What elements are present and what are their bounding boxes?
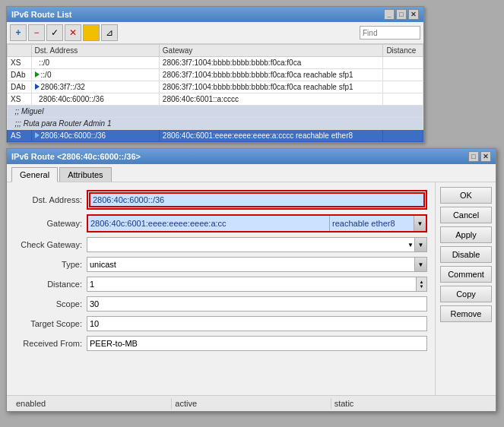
row-type: XS: [8, 93, 32, 106]
table-row[interactable]: XS ::/0 2806:3f7:1004:bbbb:bbbb:bbbb:f0c…: [8, 57, 423, 69]
remove-button[interactable]: Remove: [440, 305, 492, 322]
add-button[interactable]: +: [10, 24, 27, 41]
distance-wrapper: ▲ ▼: [87, 277, 427, 292]
row-dst: 2806:3f7::/32: [31, 81, 159, 93]
check-gateway-arrow[interactable]: ▼: [415, 237, 427, 252]
target-scope-label: Target Scope:: [14, 319, 87, 328]
bottom-title-bar: IPv6 Route <2806:40c:6000::/36> □ ✕: [7, 149, 496, 164]
bottom-window-title: IPv6 Route <2806:40c:6000::/36>: [11, 152, 141, 161]
tab-bar: General Attributes: [7, 164, 496, 182]
row-dst: ::/0: [31, 57, 159, 69]
distance-label: Distance:: [14, 280, 87, 289]
top-title-bar: IPv6 Route List _ □ ✕: [7, 7, 423, 22]
row-dist: [383, 130, 423, 142]
gateway-row: Gateway: ▼: [14, 214, 427, 232]
row-gw: 2806:3f7:1004:bbbb:bbbb:bbbb:f0ca:f0ca: [159, 57, 383, 69]
miguel-label: ;; Miguel: [8, 106, 423, 118]
ruta-label: ;;; Ruta para Router Admin 1: [8, 118, 423, 130]
table-row[interactable]: XS 2806:40c:6000::/36 2806:40c:6001::a:c…: [8, 93, 423, 106]
ipv6-route-detail-window: IPv6 Route <2806:40c:6000::/36> □ ✕ Gene…: [6, 148, 496, 412]
dst-address-label: Dst. Address:: [14, 195, 87, 204]
content-area: Dst. Address: Gateway: ▼ Check Gateway:: [7, 182, 496, 395]
dst-address-row: Dst. Address:: [14, 190, 427, 210]
row-type: XS: [8, 57, 32, 69]
bottom-window-controls: □ ✕: [468, 151, 491, 162]
table-row[interactable]: DAb ::/0 2806:3f7:1004:bbbb:bbbb:bbbb:f0…: [8, 69, 423, 81]
row-dist: [383, 81, 423, 93]
status-static: static: [331, 398, 490, 409]
row-gw: 2806:3f7:1004:bbbb:bbbb:bbbb:f0ca:f0ca r…: [159, 69, 383, 81]
route-table: Dst. Address Gateway Distance XS ::/0 28…: [7, 44, 423, 142]
col-dist-header[interactable]: Distance: [383, 45, 423, 57]
minimize-button[interactable]: _: [384, 9, 395, 20]
row-dst: 2806:40c:6000::/36: [31, 93, 159, 106]
dst-address-input[interactable]: [89, 192, 425, 207]
disable-button[interactable]: Disable: [440, 246, 492, 263]
comment-button[interactable]: Comment: [440, 266, 492, 283]
row-gw: 2806:40c:6001::a:cccc: [159, 93, 383, 106]
dst-address-wrapper: [87, 190, 427, 210]
type-row: Type: ▼: [14, 257, 427, 272]
check-button[interactable]: ✓: [46, 24, 63, 41]
status-bar: enabled active static: [7, 395, 496, 411]
filter-button[interactable]: ⊿: [101, 24, 118, 41]
row-type: DAb: [8, 69, 32, 81]
toolbar: + − ✓ ✕ ⊿: [7, 22, 423, 44]
received-from-label: Received From:: [14, 339, 87, 348]
gateway-wrapper: ▼: [87, 214, 427, 232]
side-buttons: OK Cancel Apply Disable Comment Copy Rem…: [435, 182, 496, 395]
scope-row: Scope:: [14, 296, 427, 312]
maximize-button[interactable]: □: [396, 9, 407, 20]
check-gateway-select[interactable]: [87, 237, 415, 252]
distance-scroll[interactable]: ▲ ▼: [417, 277, 427, 292]
copy-button[interactable]: [83, 24, 100, 41]
tab-attributes[interactable]: Attributes: [59, 167, 111, 182]
bottom-minimize-button[interactable]: □: [468, 151, 479, 162]
copy-button[interactable]: Copy: [440, 286, 492, 302]
top-window-title: IPv6 Route List: [11, 10, 71, 19]
distance-input[interactable]: [87, 277, 417, 292]
close-button[interactable]: ✕: [408, 9, 419, 20]
gateway-label: Gateway:: [14, 219, 87, 228]
cancel-button[interactable]: Cancel: [440, 207, 492, 223]
col-type-header: [8, 45, 32, 57]
gateway-input[interactable]: [88, 216, 329, 231]
table-row[interactable]: DAb 2806:3f7::/32 2806:3f7:1004:bbbb:bbb…: [8, 81, 423, 93]
row-type: AS: [8, 130, 32, 142]
form-panel: Dst. Address: Gateway: ▼ Check Gateway:: [7, 182, 435, 395]
bottom-close-button[interactable]: ✕: [480, 151, 491, 162]
received-from-input[interactable]: [87, 336, 427, 351]
table-row-ruta: ;;; Ruta para Router Admin 1: [8, 118, 423, 130]
remove-button[interactable]: −: [28, 24, 45, 41]
check-gateway-row: Check Gateway: ▼: [14, 237, 427, 252]
row-gw: 2806:40c:6001:eeee:eeee:eeee:a:cccc reac…: [159, 130, 383, 142]
received-from-row: Received From:: [14, 336, 427, 351]
status-enabled: enabled: [13, 398, 171, 409]
scope-input[interactable]: [87, 296, 427, 312]
row-dist: [383, 57, 423, 69]
top-window-controls: _ □ ✕: [384, 9, 419, 20]
find-input[interactable]: [360, 26, 420, 40]
target-scope-input[interactable]: [87, 316, 427, 331]
row-dist: [383, 93, 423, 106]
tab-general[interactable]: General: [11, 167, 58, 182]
status-active: active: [171, 398, 330, 409]
col-dst-header[interactable]: Dst. Address: [31, 45, 159, 57]
x-button[interactable]: ✕: [65, 24, 81, 41]
target-scope-row: Target Scope:: [14, 316, 427, 331]
gateway-select-input[interactable]: [330, 216, 414, 231]
row-gw: 2806:3f7:1004:bbbb:bbbb:bbbb:f0ca:f0ca r…: [159, 81, 383, 93]
distance-row: Distance: ▲ ▼: [14, 277, 427, 292]
gateway-dropdown-arrow[interactable]: ▼: [414, 216, 426, 231]
apply-button[interactable]: Apply: [440, 226, 492, 243]
row-dist: [383, 69, 423, 81]
col-gw-header[interactable]: Gateway: [159, 45, 383, 57]
type-wrapper: ▼: [87, 257, 427, 272]
type-arrow[interactable]: ▼: [415, 257, 427, 272]
scope-label: Scope:: [14, 299, 87, 308]
type-label: Type:: [14, 260, 87, 269]
row-dst: ::/0: [31, 69, 159, 81]
ok-button[interactable]: OK: [440, 187, 492, 204]
table-row-selected[interactable]: AS 2806:40c:6000::/36 2806:40c:6001:eeee…: [8, 130, 423, 142]
type-input[interactable]: [87, 257, 415, 272]
